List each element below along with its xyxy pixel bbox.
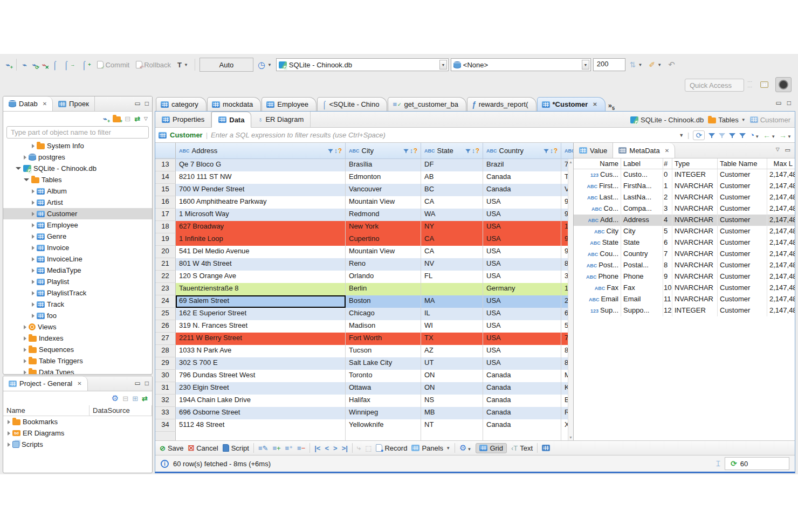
tab-overflow-chevron[interactable]: »5	[608, 101, 615, 111]
cell-city[interactable]: Edmonton	[346, 171, 421, 184]
cell-city[interactable]: Salt Lake City	[346, 357, 421, 370]
cell-address[interactable]: 5112 48 Street	[176, 419, 346, 432]
cell-state[interactable]: FL	[421, 271, 483, 283]
cell-state[interactable]: NV	[421, 258, 483, 271]
cell-country[interactable]: USA	[483, 233, 561, 246]
maximize-icon[interactable]: □	[145, 100, 149, 107]
cell-city[interactable]: Madison	[346, 320, 421, 333]
filter-table-name[interactable]: Customer	[170, 131, 203, 139]
new-connection-icon[interactable]: +	[4, 61, 12, 68]
metadata-row[interactable]: ABCCo...Compa...3NVARCHARCustomer2,147,4…	[574, 203, 795, 215]
sql-editor-icon[interactable]: ⌠	[50, 59, 59, 71]
collapsed-arrow-icon[interactable]	[24, 155, 26, 160]
cell-address[interactable]: 69 Salem Street	[176, 295, 346, 308]
cell-state[interactable]: MA	[421, 295, 483, 308]
quick-access-input[interactable]: Quick Access	[685, 79, 744, 92]
cell-address[interactable]: 2211 W Berry Street	[176, 333, 346, 345]
cell-address[interactable]: 801 W 4th Street	[176, 258, 346, 271]
metadata-column-table-name[interactable]: Table Name	[718, 158, 767, 169]
project-item-scripts[interactable]: Scripts	[3, 439, 152, 450]
zoom-selection-icon[interactable]: ⬚	[365, 444, 372, 452]
sort-question-icon[interactable]: ?	[476, 147, 479, 155]
cell-address[interactable]: 796 Dundas Street West	[176, 370, 346, 382]
collapsed-arrow-icon[interactable]	[32, 257, 35, 261]
metadata-row[interactable]: ABCAdd...Address4NVARCHARCustomer2,147,4…	[574, 215, 795, 226]
view-menu-icon[interactable]: ▽	[776, 147, 780, 154]
save-button[interactable]: ⊘Save	[160, 444, 184, 452]
row-number[interactable]: 29	[155, 357, 176, 370]
cell-state[interactable]: CA	[421, 246, 483, 258]
cell-country[interactable]: USA	[483, 333, 561, 345]
last-row-icon[interactable]: >|	[342, 444, 348, 452]
cell-city[interactable]: Brasîlia	[346, 159, 421, 171]
row-number[interactable]: 16	[155, 196, 176, 209]
new-connection-icon[interactable]: +	[101, 115, 109, 122]
close-icon[interactable]: ✕	[77, 381, 81, 386]
row-number[interactable]: 31	[155, 382, 176, 395]
tab-properties[interactable]: Properties	[155, 112, 211, 127]
cell-city[interactable]: Tucson	[346, 345, 421, 357]
cell-country[interactable]: Canada	[483, 395, 561, 407]
grid-view-button[interactable]: Grid	[476, 443, 507, 453]
minimize-icon[interactable]: ▭	[134, 379, 140, 387]
tree-item-invoiceline[interactable]: InvoiceLine	[3, 253, 152, 265]
cell-address[interactable]: 230 Elgin Street	[176, 382, 346, 395]
cell-city[interactable]: Ottawa	[346, 382, 421, 395]
go-to-row-icon[interactable]: ⤷	[357, 444, 361, 452]
refresh-icon[interactable]: ⟳	[693, 130, 705, 140]
close-icon[interactable]: ✕	[593, 101, 597, 107]
view-menu-icon[interactable]: ▽	[144, 116, 148, 121]
minimize-icon[interactable]: ▭	[775, 99, 781, 107]
cell-city[interactable]: Winnipeg	[346, 407, 421, 419]
cell-country[interactable]: USA	[483, 295, 561, 308]
metadata-row[interactable]: ABCPost...Postal...8NVARCHARCustomer2,14…	[574, 260, 795, 271]
auto-commit-segment[interactable]: Auto	[200, 58, 253, 72]
cell-state[interactable]: DF	[421, 159, 483, 171]
commit-button[interactable]: ✓Commit	[95, 60, 132, 70]
auto-refresh-box[interactable]: ⟳ 60	[725, 457, 789, 470]
cell-country[interactable]: Canada	[483, 382, 561, 395]
cell-city[interactable]: Cupertino	[346, 233, 421, 246]
tab-project-general[interactable]: Project - General ✕	[3, 376, 88, 391]
cell-state[interactable]: WA	[421, 209, 483, 221]
cell-country[interactable]: USA	[483, 258, 561, 271]
text-view-button[interactable]: ‹TText	[511, 444, 533, 452]
sort-icon[interactable]: ↕	[410, 147, 413, 155]
tab-projects[interactable]: Проек	[53, 96, 95, 111]
format-paint-button[interactable]: ✐▼	[647, 59, 664, 70]
row-number[interactable]	[155, 432, 176, 440]
maximize-icon[interactable]: □	[787, 99, 791, 107]
tab-metadata[interactable]: MetaData ✕	[613, 143, 675, 158]
row-number[interactable]: 19	[155, 233, 176, 246]
collapsed-arrow-icon[interactable]	[32, 314, 35, 318]
editor-tab--sqlite-chino[interactable]: ⌠<SQLite - Chino	[317, 97, 387, 111]
cell-state[interactable]: BC	[421, 184, 483, 196]
fetch-prev-icon[interactable]: ←▼	[763, 131, 775, 140]
cell-country[interactable]: Canada	[483, 370, 561, 382]
expand-all-icon[interactable]: ⊞	[132, 395, 138, 403]
cell-address[interactable]: 627 Broadway	[176, 221, 346, 233]
collapsed-arrow-icon[interactable]	[32, 291, 35, 295]
cell-state[interactable]: AZ	[421, 345, 483, 357]
cell-city[interactable]: Reno	[346, 258, 421, 271]
cell-state[interactable]: NS	[421, 395, 483, 407]
next-row-icon[interactable]: >	[333, 444, 338, 452]
cell-address[interactable]: 319 N. Frances Street	[176, 320, 346, 333]
sort-filter-icons[interactable]: ↕?	[543, 147, 558, 155]
cell-city[interactable]: Toronto	[346, 370, 421, 382]
metadata-row[interactable]: 123Cus...Custo...0INTEGERCustomer2,147,4…	[574, 169, 795, 181]
cell-state[interactable]: NY	[421, 221, 483, 233]
cell-country[interactable]: Canada	[483, 419, 561, 432]
collapsed-arrow-icon[interactable]	[24, 370, 26, 375]
cell-country[interactable]: USA	[483, 271, 561, 283]
editor-tab-mockdata[interactable]: mockdata	[207, 97, 261, 111]
cell-city[interactable]: Chicago	[346, 308, 421, 320]
editor-tab-get-customer-ba[interactable]: ≡✓get_customer_ba	[388, 97, 466, 111]
cell-state[interactable]: WI	[421, 320, 483, 333]
metadata-row[interactable]: ABCCityCity5NVARCHARCustomer2,147,483	[574, 226, 795, 237]
apply-filter-icon[interactable]	[708, 133, 715, 137]
editor-tab-rewards-report-[interactable]: ƒrewards_report(	[467, 97, 536, 111]
tree-item-album[interactable]: Album	[3, 185, 152, 197]
column-header-postalcode-partial[interactable]: ABC	[561, 143, 573, 158]
collapsed-arrow-icon[interactable]	[32, 268, 35, 273]
